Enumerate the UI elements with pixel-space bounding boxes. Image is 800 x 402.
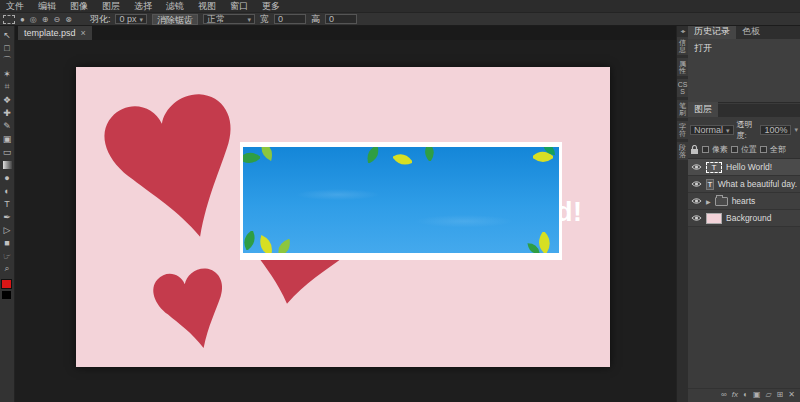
- selection-mode-new-icon[interactable]: ●: [20, 15, 25, 24]
- visibility-eye-icon[interactable]: [691, 214, 702, 222]
- selection-mode-exclude-icon[interactable]: ⊗: [65, 15, 72, 24]
- width-input[interactable]: 0: [274, 14, 306, 24]
- lock-position-label: 位置: [741, 144, 757, 155]
- selection-mode-subtract-icon[interactable]: ⊕: [42, 15, 49, 24]
- menu-file[interactable]: 文件: [6, 0, 24, 13]
- menu-layer[interactable]: 图层: [102, 0, 120, 13]
- height-input[interactable]: 0: [325, 14, 357, 24]
- menu-select[interactable]: 选择: [134, 0, 152, 13]
- background-layer-thumbnail: [706, 213, 722, 224]
- antialias-toggle[interactable]: 消除锯齿: [152, 14, 198, 25]
- canvas[interactable]: Hello World!: [76, 67, 610, 367]
- marquee-options-icon: [3, 15, 15, 24]
- adjustment-layer-icon[interactable]: ◐: [743, 390, 748, 399]
- feather-input[interactable]: 0 px ▾: [115, 14, 147, 24]
- new-layer-icon[interactable]: ⊞: [777, 390, 784, 399]
- delete-layer-icon[interactable]: ✕: [788, 390, 795, 399]
- lasso-tool-icon[interactable]: ⌒: [1, 54, 14, 67]
- tools-sidebar: ↖ □ ⌒ ✶ ⌗ ❖ ✚ ✎ ▣ ▭ ● ◐ T ✒ ▷ ■ ☞ ⌕: [0, 26, 15, 402]
- lock-all-checkbox[interactable]: [760, 146, 767, 153]
- color-swatches: [0, 279, 14, 301]
- new-group-icon[interactable]: ▱: [765, 390, 771, 399]
- shape-tool-icon[interactable]: ■: [1, 236, 14, 249]
- clone-stamp-tool-icon[interactable]: ▣: [1, 132, 14, 145]
- layer-effects-icon[interactable]: fx: [732, 390, 738, 399]
- history-entry-open[interactable]: 打开: [688, 39, 800, 57]
- lock-pixels-label: 像素: [712, 144, 728, 155]
- marquee-tool-icon[interactable]: □: [1, 41, 14, 54]
- panel-tab-character[interactable]: 字符: [677, 121, 689, 139]
- leaf-icon: [257, 147, 275, 161]
- folder-icon: [715, 197, 728, 206]
- background-color-swatch[interactable]: [1, 290, 12, 300]
- lock-icon[interactable]: [690, 145, 699, 155]
- panel-tab-properties[interactable]: 属性: [677, 58, 689, 76]
- menu-view[interactable]: 视图: [198, 0, 216, 13]
- brush-tool-icon[interactable]: ✎: [1, 119, 14, 132]
- gradient-swatch: [3, 161, 12, 169]
- tab-layers[interactable]: 图层: [688, 102, 718, 117]
- expand-group-icon[interactable]: ▶: [706, 198, 711, 205]
- visibility-eye-icon[interactable]: [691, 197, 702, 205]
- visibility-eye-icon[interactable]: [691, 163, 702, 171]
- tab-swatches[interactable]: 色板: [736, 24, 766, 39]
- height-label: 高: [311, 13, 320, 26]
- layer-name: What a beautiful day.: [718, 179, 797, 189]
- type-tool-icon[interactable]: T: [1, 197, 14, 210]
- blend-caret-icon: ▾: [726, 126, 730, 135]
- path-select-tool-icon[interactable]: ▷: [1, 223, 14, 236]
- blur-tool-icon[interactable]: ●: [1, 171, 14, 184]
- layer-row-beautiful-day[interactable]: T What a beautiful day.: [688, 176, 800, 193]
- pasted-banner-image[interactable]: [243, 147, 559, 253]
- crop-tool-icon[interactable]: ⌗: [1, 80, 14, 93]
- magic-wand-tool-icon[interactable]: ✶: [1, 67, 14, 80]
- panel-tab-info[interactable]: 信息: [677, 37, 689, 55]
- move-tool-icon[interactable]: ↖: [1, 28, 14, 41]
- panel-tab-paragraph[interactable]: 段落: [677, 142, 689, 160]
- opacity-select[interactable]: 100%: [760, 125, 791, 135]
- dodge-tool-icon[interactable]: ◐: [1, 184, 14, 197]
- menu-edit[interactable]: 编辑: [38, 0, 56, 13]
- eyedropper-tool-icon[interactable]: ❖: [1, 93, 14, 106]
- layer-mask-icon[interactable]: ▣: [753, 390, 761, 399]
- eraser-tool-icon[interactable]: ▭: [1, 145, 14, 158]
- menu-filter[interactable]: 滤镜: [166, 0, 184, 13]
- tab-history[interactable]: 历史记录: [688, 24, 736, 39]
- panel-tab-brush[interactable]: 笔刷: [677, 100, 689, 118]
- document-tab[interactable]: template.psd ×: [18, 26, 92, 40]
- gradient-tool-icon[interactable]: [1, 158, 14, 171]
- blend-controls: Normal ▾ 透明度: 100% ▾: [688, 117, 800, 143]
- lock-position-checkbox[interactable]: [731, 146, 738, 153]
- opacity-caret-icon: ▾: [794, 126, 798, 134]
- collapse-arrows-icon[interactable]: ◂▸: [680, 27, 684, 34]
- close-tab-icon[interactable]: ×: [81, 28, 86, 38]
- selection-mode-intersect-icon[interactable]: ⊖: [54, 15, 61, 24]
- marquee-style-select[interactable]: 正常 ▾: [203, 14, 255, 24]
- lock-pixels-checkbox[interactable]: [702, 146, 709, 153]
- feather-label: 羽化:: [90, 13, 111, 26]
- healing-tool-icon[interactable]: ✚: [1, 106, 14, 119]
- pasted-banner-frame[interactable]: [240, 142, 562, 260]
- layers-panel-footer: ∞ fx ◐ ▣ ▱ ⊞ ✕: [688, 388, 800, 400]
- menu-more[interactable]: 更多: [262, 0, 280, 13]
- menu-image[interactable]: 图像: [70, 0, 88, 13]
- layer-row-hearts-group[interactable]: ▶ hearts: [688, 193, 800, 210]
- selection-mode-add-icon[interactable]: ◎: [30, 15, 37, 24]
- layer-row-background[interactable]: Background: [688, 210, 800, 227]
- opacity-label: 透明度:: [737, 119, 758, 141]
- zoom-tool-icon[interactable]: ⌕: [1, 262, 14, 275]
- leaf-icon: [363, 147, 381, 163]
- foreground-color-swatch[interactable]: [1, 279, 12, 289]
- leaf-icon: [257, 235, 277, 253]
- history-list: 打开: [688, 39, 800, 103]
- menu-window[interactable]: 窗口: [230, 0, 248, 13]
- pen-tool-icon[interactable]: ✒: [1, 210, 14, 223]
- visibility-eye-icon[interactable]: [691, 180, 702, 188]
- panel-tab-css[interactable]: CSS: [677, 79, 689, 97]
- document-tab-bar: template.psd ×: [15, 26, 676, 40]
- blend-mode-select[interactable]: Normal ▾: [690, 125, 734, 135]
- layer-row-hello-world[interactable]: T Hello World!: [688, 159, 800, 176]
- hand-tool-icon[interactable]: ☞: [1, 249, 14, 262]
- link-layers-icon[interactable]: ∞: [721, 390, 727, 399]
- menu-bar: 文件 编辑 图像 图层 选择 滤镜 视图 窗口 更多: [0, 0, 800, 13]
